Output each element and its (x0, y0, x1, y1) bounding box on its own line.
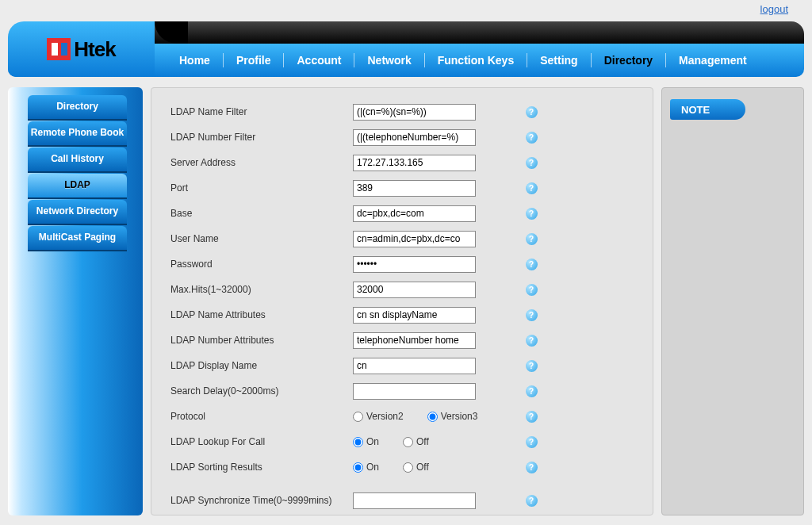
help-icon[interactable]: ? (526, 208, 538, 220)
help-icon[interactable]: ? (526, 335, 538, 347)
label-user-name: User Name (170, 233, 353, 244)
label-max-hits: Max.Hits(1~32000) (170, 284, 353, 295)
nav-profile[interactable]: Profile (224, 53, 285, 67)
nav-setting[interactable]: Setting (527, 53, 591, 67)
label-protocol: Protocol (170, 411, 353, 422)
label-sorting: LDAP Sorting Results (170, 462, 353, 473)
help-icon[interactable]: ? (526, 411, 538, 423)
input-name-filter[interactable] (353, 104, 476, 121)
nav-directory[interactable]: Directory (592, 53, 666, 67)
label-name-attrs: LDAP Name Attributes (170, 309, 353, 320)
sidebar-item-remote-phone-book[interactable]: Remote Phone Book (28, 121, 127, 147)
note-panel: NOTE (661, 87, 804, 515)
logo-text: Htek (74, 37, 115, 62)
input-search-delay[interactable] (353, 383, 476, 400)
radio-sort-off-label: Off (416, 462, 429, 473)
radio-protocol-v2-label: Version2 (366, 411, 404, 422)
help-icon[interactable]: ? (526, 157, 538, 169)
help-icon[interactable]: ? (526, 436, 538, 448)
label-port: Port (170, 182, 353, 194)
sidebar-item-network-directory[interactable]: Network Directory (28, 200, 127, 225)
input-number-filter[interactable] (353, 129, 476, 146)
help-icon[interactable]: ? (526, 462, 538, 473)
note-title: NOTE (670, 99, 745, 120)
input-password[interactable] (353, 256, 476, 273)
input-user-name[interactable] (353, 231, 476, 247)
sidebar: Directory Remote Phone Book Call History… (8, 87, 143, 515)
help-icon[interactable]: ? (526, 385, 538, 397)
input-name-attrs[interactable] (353, 307, 476, 324)
label-lookup-call: LDAP Lookup For Call (170, 436, 353, 447)
help-icon[interactable]: ? (526, 309, 538, 321)
header-black-bar (139, 21, 804, 45)
input-base[interactable] (353, 205, 476, 222)
label-server-address: Server Address (170, 157, 353, 168)
help-icon[interactable]: ? (526, 233, 538, 245)
help-icon[interactable]: ? (526, 360, 538, 372)
sidebar-item-directory[interactable]: Directory (28, 95, 127, 121)
radio-protocol-v3-label: Version3 (441, 411, 478, 422)
logout-link[interactable]: logout (760, 3, 788, 15)
label-search-delay: Search Delay(0~2000ms) (170, 385, 353, 397)
sidebar-item-ldap[interactable]: LDAP (28, 174, 127, 199)
help-icon[interactable]: ? (526, 495, 538, 507)
radio-lookup-on-label: On (366, 436, 379, 447)
help-icon[interactable]: ? (526, 106, 538, 118)
help-icon[interactable]: ? (526, 284, 538, 296)
input-number-attrs[interactable] (353, 332, 476, 349)
input-sync-time[interactable] (353, 492, 476, 509)
radio-lookup-on-wrapper[interactable]: On (353, 436, 379, 447)
radio-protocol-v2[interactable] (353, 412, 363, 422)
input-port[interactable] (353, 180, 476, 197)
radio-sort-on[interactable] (353, 462, 363, 473)
help-icon[interactable]: ? (526, 182, 538, 194)
radio-sort-on-label: On (366, 462, 379, 473)
radio-lookup-off[interactable] (403, 437, 413, 447)
sidebar-item-multicast-paging[interactable]: MultiCast Paging (28, 226, 127, 251)
label-password: Password (170, 259, 353, 270)
radio-protocol-v3-wrapper[interactable]: Version3 (427, 411, 478, 422)
input-max-hits[interactable] (353, 282, 476, 298)
radio-protocol-v3[interactable] (427, 412, 438, 422)
nav-management[interactable]: Management (666, 53, 760, 67)
radio-lookup-on[interactable] (353, 437, 363, 447)
header: Htek Home Profile Account Network Functi… (8, 17, 804, 78)
sidebar-item-call-history[interactable]: Call History (28, 148, 127, 173)
radio-lookup-off-wrapper[interactable]: Off (403, 436, 429, 447)
input-server-address[interactable] (353, 155, 476, 171)
nav-function-keys[interactable]: Function Keys (425, 53, 527, 67)
form-panel: LDAP Name Filter ? LDAP Number Filter ? … (151, 87, 653, 515)
label-name-filter: LDAP Name Filter (170, 106, 353, 117)
label-number-attrs: LDAP Number Attributes (170, 335, 353, 346)
radio-protocol-v2-wrapper[interactable]: Version2 (353, 411, 404, 422)
nav-account[interactable]: Account (284, 53, 354, 67)
help-icon[interactable]: ? (526, 132, 538, 144)
label-display-name: LDAP Display Name (170, 360, 353, 371)
logo-mark-icon (47, 38, 71, 60)
input-display-name[interactable] (353, 358, 476, 374)
radio-sort-on-wrapper[interactable]: On (353, 462, 379, 473)
radio-sort-off-wrapper[interactable]: Off (403, 462, 429, 473)
help-icon[interactable]: ? (526, 259, 538, 270)
logo: Htek (8, 21, 155, 77)
nav-home[interactable]: Home (167, 53, 224, 67)
radio-lookup-off-label: Off (416, 436, 429, 447)
label-sync-time: LDAP Synchronize Time(0~9999mins) (170, 495, 353, 506)
label-number-filter: LDAP Number Filter (170, 132, 353, 143)
label-base: Base (170, 208, 353, 219)
radio-sort-off[interactable] (403, 462, 413, 473)
nav-network[interactable]: Network (354, 53, 424, 67)
